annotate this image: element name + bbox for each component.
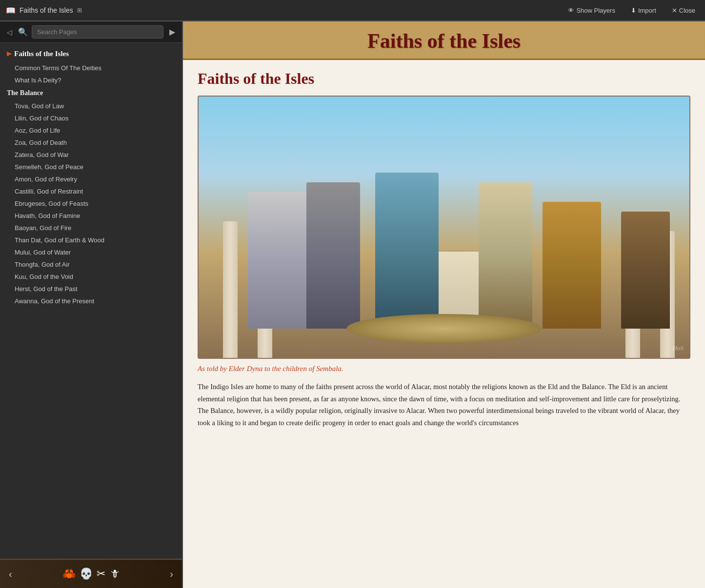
page-title: Faiths of the Isles [198, 70, 690, 88]
topbar: 📖 Faiths of the Isles ⊞ 👁 Show Players ⬇… [0, 0, 705, 21]
search-input[interactable] [32, 25, 163, 39]
deco-dagger-icon: 🗡 [109, 568, 120, 580]
content-banner: Faiths of the Isles [183, 21, 705, 60]
sidebar-item-aoz[interactable]: Aoz, God of Life [0, 124, 182, 137]
search-bar: ◁ 🔍 ▶ [0, 21, 182, 43]
back-button[interactable]: ◁ [5, 27, 14, 37]
content-body: Faiths of the Isles [183, 60, 705, 439]
deco-crab-icon: 🦀 [62, 568, 76, 580]
content-area[interactable]: Faiths of the Isles Faiths of the Isles [183, 21, 705, 588]
sidebar-item-thongfa[interactable]: Thongfa, God of Air [0, 258, 182, 271]
sidebar-item-the-balance[interactable]: The Balance [0, 86, 182, 100]
sidebar-item-what-is-deity[interactable]: What Is A Deity? [0, 74, 182, 86]
sidebar: ◁ 🔍 ▶ ▶ Faiths of the Isles Common Terms… [0, 21, 183, 588]
main-layout: ◁ 🔍 ▶ ▶ Faiths of the Isles Common Terms… [0, 21, 705, 588]
search-icon: 🔍 [18, 27, 28, 37]
section-label: The Balance [7, 89, 43, 97]
main-text: The Indigo Isles are home to many of the… [198, 381, 690, 429]
sidebar-item-amon[interactable]: Amon, God of Revelry [0, 173, 182, 185]
topbar-left: 📖 Faiths of the Isles ⊞ [6, 6, 82, 15]
sidebar-item-mului[interactable]: Mului, God of Water [0, 246, 182, 258]
sidebar-item-semelleh[interactable]: Semelleh, God of Peace [0, 161, 182, 173]
figure-5 [543, 202, 601, 329]
sidebar-item-lilin[interactable]: Lilin, God of Chaos [0, 112, 182, 124]
image-caption: As told by Elder Dyna to the children of… [198, 365, 690, 373]
image-scene: HoS [199, 97, 689, 358]
nav-list: ▶ Faiths of the Isles Common Terms Of Th… [0, 43, 182, 559]
sidebar-item-tova[interactable]: Tova, God of Law [0, 100, 182, 112]
figure-2 [306, 182, 360, 329]
import-icon: ⬇ [631, 7, 636, 14]
close-button[interactable]: ✕ Close [668, 5, 699, 16]
figure-6 [621, 212, 670, 329]
figure-1 [248, 192, 306, 329]
round-table [346, 314, 542, 343]
expand-icon: ▶ [7, 50, 11, 58]
section-label: Faiths of the Isles [14, 50, 69, 58]
sidebar-item-awanna[interactable]: Awanna, God of the Present [0, 295, 182, 307]
sidebar-bottom: ‹ 🦀 💀 ✂ 🗡 › [0, 559, 182, 588]
bottom-decoration: 🦀 💀 ✂ 🗡 [62, 568, 120, 580]
show-players-button[interactable]: 👁 Show Players [564, 5, 619, 16]
sidebar-item-zoa[interactable]: Zoa, God of Death [0, 137, 182, 149]
next-page-button[interactable]: › [166, 567, 177, 582]
sidebar-item-kuu[interactable]: Kuu, God of the Void [0, 271, 182, 283]
main-image: HoS [198, 96, 690, 359]
sidebar-item-faiths-isles[interactable]: ▶ Faiths of the Isles [0, 46, 182, 62]
figure-3 [375, 173, 439, 329]
prev-page-button[interactable]: ‹ [5, 567, 16, 582]
import-button[interactable]: ⬇ Import [627, 5, 660, 16]
sidebar-item-herst[interactable]: Herst, God of the Past [0, 283, 182, 295]
tab-close-icon[interactable]: ⊞ [77, 7, 82, 14]
sidebar-item-zatera[interactable]: Zatera, God of War [0, 149, 182, 161]
deco-skull-icon: 💀 [80, 568, 93, 580]
sidebar-item-than-dat[interactable]: Than Dat, God of Earth & Wood [0, 234, 182, 246]
sidebar-item-baoyan[interactable]: Baoyan, God of Fire [0, 222, 182, 234]
book-icon: 📖 [6, 6, 16, 15]
topbar-right: 👁 Show Players ⬇ Import ✕ Close [564, 5, 699, 16]
sidebar-item-havath[interactable]: Havath, God of Famine [0, 210, 182, 222]
tab-title: Faiths of the Isles [20, 6, 73, 14]
close-icon: ✕ [672, 7, 677, 14]
deco-scissors-icon: ✂ [97, 568, 105, 580]
sidebar-item-castilli[interactable]: Castilli, God of Restraint [0, 185, 182, 197]
eye-icon: 👁 [568, 7, 574, 14]
forward-arrow-button[interactable]: ▶ [167, 26, 177, 38]
sidebar-item-common-terms[interactable]: Common Terms Of The Deities [0, 62, 182, 74]
image-watermark: HoS [673, 344, 684, 352]
banner-title: Faiths of the Isles [367, 30, 521, 52]
column-left1 [223, 221, 238, 358]
sidebar-item-ebrugeses[interactable]: Ebrugeses, God of Feasts [0, 197, 182, 210]
figure-4 [479, 182, 532, 329]
